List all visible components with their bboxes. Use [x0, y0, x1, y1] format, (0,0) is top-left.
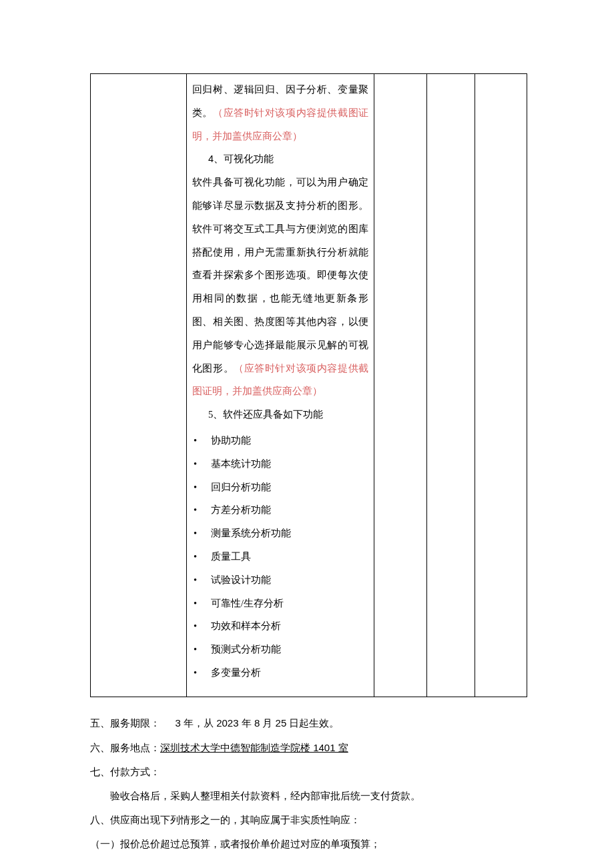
bullet-dot-icon: •	[192, 476, 211, 499]
six-label: 六、服务地点：	[90, 743, 160, 753]
bullet-dot-icon: •	[192, 592, 211, 615]
bullet-list: •协助功能 •基本统计功能 •回归分析功能 •方差分析功能 •测量系统分析功能 …	[192, 429, 368, 685]
list-item: •质量工具	[192, 545, 368, 568]
bullet-dot-icon: •	[192, 568, 211, 592]
sec4-body: 软件具备可视化功能，可以为用户确定能够详尽显示数据及支持分析的图形。软件可将交互…	[192, 177, 368, 373]
bullet-dot-icon: •	[192, 638, 211, 661]
list-item: •试验设计功能	[192, 568, 368, 592]
sec4-title: 4、可视化功能	[192, 147, 368, 171]
bullet-dot-icon: •	[192, 498, 211, 522]
five-value: 3 年，从 2023 年 8 月 25 日起生效。	[176, 717, 340, 729]
cell-empty-5	[475, 74, 527, 697]
list-item: •协助功能	[192, 429, 368, 452]
list-item: •预测式分析功能	[192, 638, 368, 661]
seven-body: 验收合格后，采购人整理相关付款资料，经内部审批后统一支付货款。	[90, 785, 527, 807]
list-item: •回归分析功能	[192, 476, 368, 499]
list-item: •功效和样本分析	[192, 614, 368, 638]
list-item: •方差分析功能	[192, 498, 368, 522]
eight-item-1: （一）报价总价超过总预算，或者报价单价超过对应的单项预算；	[90, 833, 527, 855]
table-row: 回归树、逻辑回归、因子分析、变量聚类。（应答时针对该项内容提供截图证明，并加盖供…	[91, 74, 527, 697]
section-eight: 八、供应商出现下列情形之一的，其响应属于非实质性响应：	[90, 809, 527, 831]
seven-label: 七、付款方式：	[90, 767, 160, 777]
section-five: 五、服务期限： 3 年，从 2023 年 8 月 25 日起生效。	[90, 712, 527, 735]
cell-content: 回归树、逻辑回归、因子分析、变量聚类。（应答时针对该项内容提供截图证明，并加盖供…	[186, 74, 374, 697]
cell-empty-4	[426, 74, 475, 697]
spec-table: 回归树、逻辑回归、因子分析、变量聚类。（应答时针对该项内容提供截图证明，并加盖供…	[90, 73, 527, 697]
section-seven: 七、付款方式：	[90, 761, 527, 783]
six-value: 深圳技术大学中德智能制造学院楼 1401 室	[160, 742, 348, 753]
sec5-title: 5、软件还应具备如下功能	[192, 403, 368, 426]
list-item: •基本统计功能	[192, 452, 368, 476]
five-label: 五、服务期限：	[90, 718, 160, 729]
bullet-dot-icon: •	[192, 522, 211, 545]
list-item: •多变量分析	[192, 661, 368, 685]
bullet-dot-icon: •	[192, 545, 211, 568]
cell-empty-1	[91, 74, 187, 697]
bullet-dot-icon: •	[192, 614, 211, 638]
text-note1: （应答时针对该项内容提供截图证明，并加盖供应商公章）	[192, 107, 368, 141]
section-six: 六、服务地点：深圳技术大学中德智能制造学院楼 1401 室	[90, 737, 527, 759]
bullet-dot-icon: •	[192, 429, 211, 452]
cell-empty-3	[374, 74, 426, 697]
list-item: •可靠性/生存分析	[192, 592, 368, 615]
bullet-dot-icon: •	[192, 452, 211, 476]
bullet-dot-icon: •	[192, 661, 211, 685]
list-item: •测量系统分析功能	[192, 522, 368, 545]
